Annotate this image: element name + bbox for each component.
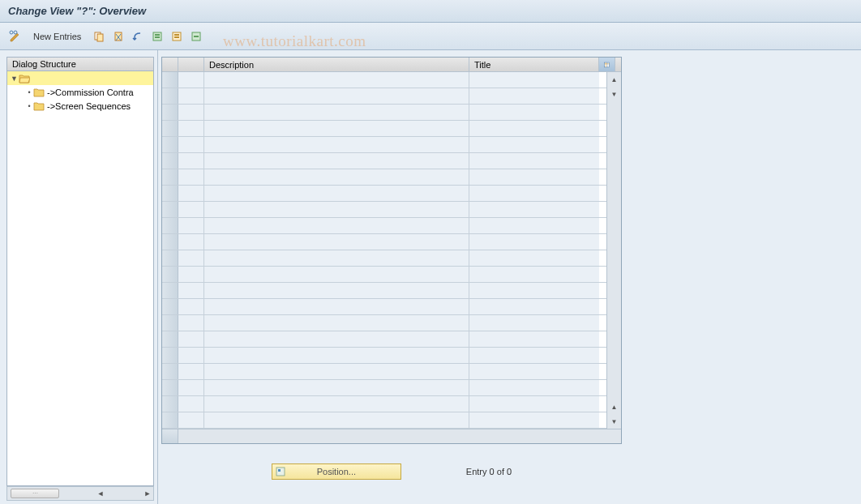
table-cell-description[interactable] xyxy=(204,105,469,120)
row-selector[interactable] xyxy=(162,348,178,363)
table-vertical-scrollbar[interactable]: ▲ ▼ ▲ ▼ xyxy=(606,72,621,429)
table-cell-title[interactable] xyxy=(469,412,599,428)
scroll-up-arrow[interactable]: ▲ xyxy=(608,73,621,86)
table-row[interactable] xyxy=(162,169,606,186)
table-cell-description[interactable] xyxy=(204,137,469,152)
row-selector[interactable] xyxy=(162,380,178,395)
table-row[interactable] xyxy=(162,348,606,364)
table-cell[interactable] xyxy=(178,380,204,395)
table-row[interactable] xyxy=(162,105,606,121)
row-selector[interactable] xyxy=(162,234,178,250)
delete-button[interactable] xyxy=(109,28,127,45)
table-cell-description[interactable] xyxy=(204,88,469,104)
table-row[interactable] xyxy=(162,299,606,315)
table-cell-title[interactable] xyxy=(469,202,599,217)
table-cell-description[interactable] xyxy=(204,412,469,428)
row-selector[interactable] xyxy=(162,121,178,136)
table-cell[interactable] xyxy=(178,348,204,363)
table-cell-title[interactable] xyxy=(469,348,599,363)
table-row[interactable] xyxy=(162,412,606,429)
table-row[interactable] xyxy=(162,267,606,283)
row-selector[interactable] xyxy=(162,105,178,120)
new-entries-button[interactable]: New Entries xyxy=(26,28,88,45)
table-cell[interactable] xyxy=(178,250,204,266)
table-cell-description[interactable] xyxy=(204,315,469,331)
table-row[interactable] xyxy=(162,88,606,105)
table-cell-title[interactable] xyxy=(469,137,599,152)
table-cell-title[interactable] xyxy=(469,267,599,282)
scroll-down-arrow[interactable]: ▼ xyxy=(608,88,621,100)
table-cell[interactable] xyxy=(178,267,204,282)
row-selector[interactable] xyxy=(162,331,178,347)
toggle-edit-button[interactable] xyxy=(6,28,24,45)
table-cell[interactable] xyxy=(178,283,204,298)
row-selector[interactable] xyxy=(162,218,178,233)
table-row[interactable] xyxy=(162,364,606,380)
table-cell-description[interactable] xyxy=(204,72,469,88)
table-cell[interactable] xyxy=(178,234,204,250)
copy-as-button[interactable] xyxy=(90,28,108,45)
scroll-right-arrow[interactable]: ► xyxy=(142,488,153,499)
row-selector[interactable] xyxy=(162,396,178,412)
row-selector[interactable] xyxy=(162,72,178,88)
scroll-up-arrow-bottom[interactable]: ▲ xyxy=(608,400,621,413)
select-block-button[interactable] xyxy=(168,28,186,45)
table-cell-title[interactable] xyxy=(469,396,599,412)
table-row[interactable] xyxy=(162,331,606,348)
row-selector[interactable] xyxy=(162,412,178,428)
table-cell[interactable] xyxy=(178,331,204,347)
table-row[interactable] xyxy=(162,380,606,396)
table-cell-title[interactable] xyxy=(469,234,599,250)
table-row[interactable] xyxy=(162,72,606,88)
scrollbar-thumb[interactable]: ⋯ xyxy=(11,489,59,498)
table-cell[interactable] xyxy=(178,218,204,233)
table-row[interactable] xyxy=(162,202,606,218)
row-selector[interactable] xyxy=(162,137,178,152)
table-cell-description[interactable] xyxy=(204,267,469,282)
table-cell-description[interactable] xyxy=(204,234,469,250)
table-cell[interactable] xyxy=(178,121,204,136)
tree-item-commission[interactable]: • ->Commission Contra xyxy=(7,85,153,99)
table-cell-title[interactable] xyxy=(469,364,599,379)
tree-item-root[interactable]: ▼ xyxy=(7,71,153,85)
table-row[interactable] xyxy=(162,250,606,267)
table-cell[interactable] xyxy=(178,299,204,314)
undo-button[interactable] xyxy=(129,28,147,45)
tree-expand-arrow[interactable]: ▼ xyxy=(11,75,19,83)
table-row[interactable] xyxy=(162,315,606,331)
table-row[interactable] xyxy=(162,186,606,202)
blank-column-header[interactable] xyxy=(178,58,204,71)
row-selector[interactable] xyxy=(162,169,178,185)
select-all-button[interactable] xyxy=(148,28,166,45)
table-cell-description[interactable] xyxy=(204,218,469,233)
table-cell-title[interactable] xyxy=(469,72,599,88)
select-all-column-header[interactable] xyxy=(162,58,178,71)
table-cell-title[interactable] xyxy=(469,283,599,298)
description-column-header[interactable]: Description xyxy=(204,58,469,71)
table-cell-description[interactable] xyxy=(204,202,469,217)
table-cell-title[interactable] xyxy=(469,331,599,347)
table-settings-button[interactable] xyxy=(599,58,615,71)
table-cell[interactable] xyxy=(178,186,204,201)
table-cell-description[interactable] xyxy=(204,169,469,185)
dialog-horizontal-scrollbar[interactable]: ⋯ ◄ ► xyxy=(6,486,154,501)
table-cell[interactable] xyxy=(178,315,204,331)
table-cell[interactable] xyxy=(178,364,204,379)
table-cell-description[interactable] xyxy=(204,348,469,363)
table-cell[interactable] xyxy=(178,169,204,185)
table-row[interactable] xyxy=(162,121,606,137)
scroll-left-arrow[interactable]: ◄ xyxy=(95,488,106,499)
table-row[interactable] xyxy=(162,396,606,412)
table-cell-title[interactable] xyxy=(469,121,599,136)
table-cell-title[interactable] xyxy=(469,315,599,331)
position-button[interactable]: Position... xyxy=(272,463,401,480)
table-cell-description[interactable] xyxy=(204,121,469,136)
row-selector[interactable] xyxy=(162,364,178,379)
scroll-down-arrow-bottom[interactable]: ▼ xyxy=(608,415,621,428)
table-cell-description[interactable] xyxy=(204,331,469,347)
deselect-all-button[interactable] xyxy=(187,28,205,45)
table-row[interactable] xyxy=(162,283,606,299)
table-cell[interactable] xyxy=(178,72,204,88)
table-cell-description[interactable] xyxy=(204,250,469,266)
table-cell-description[interactable] xyxy=(204,396,469,412)
